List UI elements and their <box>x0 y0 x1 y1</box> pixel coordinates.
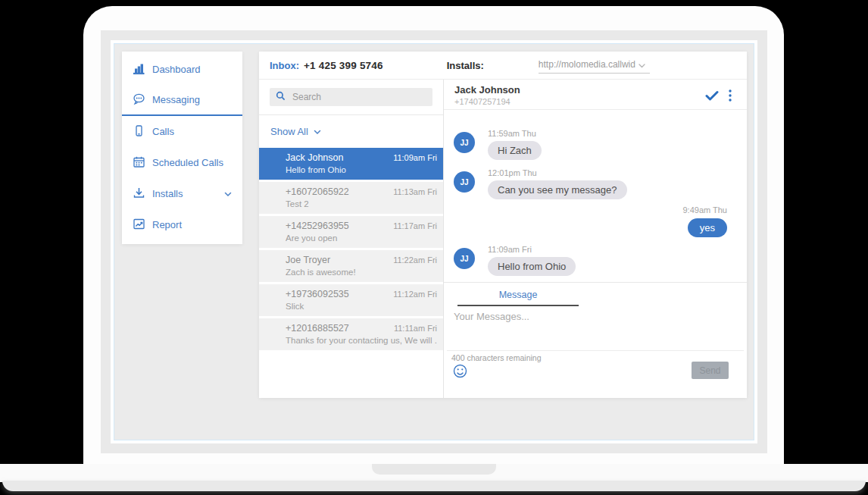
mark-read-check-icon[interactable] <box>705 90 719 101</box>
inbox-number: +1 425 399 5746 <box>304 60 383 71</box>
filter-label: Show All <box>270 126 308 137</box>
messaging-header: Inbox: +1 425 399 5746 Installs: http://… <box>259 52 747 80</box>
chat-message-incoming: JJ 12:01pm Thu Can you see my message? <box>454 168 627 199</box>
send-button[interactable]: Send <box>692 362 729 379</box>
message-timestamp: 9:49am Thu <box>682 205 727 215</box>
sidebar-item-label: Installs <box>152 188 183 199</box>
conversation-preview: Thanks for your contacting us, We will .… <box>286 336 437 345</box>
conversation-row[interactable]: Joe Troyer 11:22am Fri Zach is awesome! <box>259 250 443 282</box>
conversation-name: +14252963955 <box>286 221 349 231</box>
message-field-label: Message <box>499 290 538 300</box>
sidebar-item-report[interactable]: Report <box>122 209 242 240</box>
conversation-row[interactable]: +16072065922 11:13am Fri Test 2 <box>259 182 443 214</box>
conversation-time: 11:09am Fri <box>393 153 437 162</box>
installs-dropdown[interactable]: http://molomedia.callwid <box>539 58 650 74</box>
phone-icon <box>133 124 145 139</box>
chat-panel: Jack Johnson +17407257194 <box>444 80 747 398</box>
search-area <box>259 80 443 115</box>
conversation-preview: Are you open <box>286 233 437 243</box>
sidebar-item-label: Dashboard <box>152 64 201 75</box>
chevron-down-icon <box>639 58 645 71</box>
message-bubble: Hello from Ohio <box>488 257 576 276</box>
conversation-preview: Hello from Ohio <box>286 165 437 174</box>
app-background: Dashboard Messaging <box>114 43 754 440</box>
chat-contact-name: Jack Johnson <box>454 84 736 96</box>
conversation-name: +16072065922 <box>286 186 349 197</box>
conversation-row[interactable]: +12016885527 11:11am Fri Thanks for your… <box>259 318 443 350</box>
laptop-base <box>0 464 868 482</box>
line-chart-icon <box>133 218 145 233</box>
conversation-time: 11:12am Fri <box>393 290 437 299</box>
conversation-name: +12016885527 <box>286 323 349 334</box>
avatar: JJ <box>454 248 475 269</box>
search-box[interactable] <box>270 88 432 106</box>
conversation-time: 11:17am Fri <box>393 221 437 230</box>
conversation-name: Jack Johnson <box>286 152 343 163</box>
sidebar-item-label: Calls <box>152 126 174 137</box>
download-icon <box>133 186 145 202</box>
composer-footer-divider <box>447 350 744 351</box>
bar-chart-icon <box>133 62 145 77</box>
message-bubble: Can you see my message? <box>488 180 627 199</box>
sidebar-item-calls[interactable]: Calls <box>122 116 242 147</box>
conversation-name: Joe Troyer <box>286 255 330 265</box>
laptop-screen-bezel: Dashboard Messaging <box>83 6 784 465</box>
composer-divider <box>444 282 747 283</box>
sidebar-item-label: Scheduled Calls <box>152 157 223 168</box>
laptop-base-notch <box>372 464 496 475</box>
message-input[interactable] <box>452 309 698 346</box>
chat-bubble-icon <box>133 92 145 108</box>
installs-dropdown-value: http://molomedia.callwid <box>539 59 639 70</box>
conversation-list: Show All Jack Johnson 11:09am Fri <box>259 80 444 398</box>
chat-header: Jack Johnson +17407257194 <box>444 80 747 110</box>
search-icon <box>276 90 286 104</box>
characters-remaining: 400 characters remaining <box>451 353 541 362</box>
kebab-menu-icon[interactable] <box>729 89 732 102</box>
sidebar-item-scheduled-calls[interactable]: Scheduled Calls <box>122 147 242 178</box>
conversation-preview: Zach is awesome! <box>286 268 437 277</box>
app-window: Dashboard Messaging <box>111 40 757 443</box>
installs-label: Installs: <box>447 60 484 71</box>
conversation-time: 11:11am Fri <box>394 324 437 333</box>
conversation-row[interactable]: +19736092535 11:12am Fri Slick <box>259 284 443 316</box>
conversation-time: 11:22am Fri <box>393 255 437 265</box>
avatar: JJ <box>454 171 475 193</box>
emoji-icon[interactable] <box>453 364 467 378</box>
sidebar: Dashboard Messaging <box>122 52 242 244</box>
chat-message-incoming: JJ 11:59am Thu Hi Zach <box>454 129 542 160</box>
conversation-preview: Test 2 <box>286 199 437 208</box>
chat-message-incoming: JJ 11:09am Fri Hello from Ohio <box>454 245 576 276</box>
message-bubble: Hi Zach <box>488 141 542 160</box>
sidebar-item-label: Report <box>152 219 182 230</box>
chevron-down-icon <box>314 126 321 137</box>
chat-contact-number: +17407257194 <box>454 97 736 106</box>
message-timestamp: 11:09am Fri <box>488 245 576 254</box>
filter-show-all[interactable]: Show All <box>259 115 443 148</box>
conversation-name: +19736092535 <box>286 289 349 299</box>
laptop-mockup: Dashboard Messaging <box>0 0 868 495</box>
message-timestamp: 11:59am Thu <box>488 129 542 138</box>
search-input[interactable] <box>291 91 426 103</box>
conversation-time: 11:13am Fri <box>393 187 437 196</box>
message-field-label-underline: Message <box>457 287 579 306</box>
message-timestamp: 12:01pm Thu <box>488 168 627 177</box>
messaging-panel: Inbox: +1 425 399 5746 Installs: http://… <box>259 52 747 398</box>
sidebar-item-label: Messaging <box>152 94 200 105</box>
conversation-row[interactable]: +14252963955 11:17am Fri Are you open <box>259 216 443 248</box>
calendar-icon <box>133 155 145 171</box>
conversation-row[interactable]: Jack Johnson 11:09am Fri Hello from Ohio <box>259 148 443 180</box>
sidebar-item-dashboard[interactable]: Dashboard <box>122 54 242 85</box>
laptop-screen: Dashboard Messaging <box>101 30 767 453</box>
avatar: JJ <box>454 132 475 153</box>
chat-message-outgoing: 9:49am Thu yes <box>682 205 727 237</box>
message-bubble: yes <box>688 218 727 237</box>
inbox-label: Inbox: <box>270 60 299 71</box>
laptop-base-edge <box>2 481 866 491</box>
chevron-down-icon <box>224 188 232 199</box>
sidebar-item-messaging[interactable]: Messaging <box>122 85 242 116</box>
conversation-preview: Slick <box>286 302 437 311</box>
sidebar-item-installs[interactable]: Installs <box>122 178 242 209</box>
